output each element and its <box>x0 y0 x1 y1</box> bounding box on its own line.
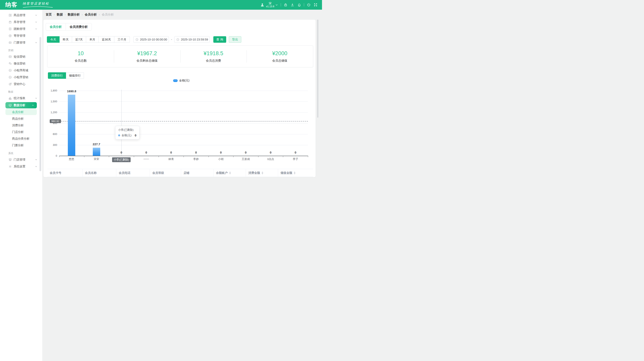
column-header-2: 会员名称 <box>82 169 116 177</box>
breadcrumb-item[interactable]: 数据分析 <box>68 13 80 17</box>
lock-icon[interactable] <box>284 3 288 7</box>
x-axis-tick <box>258 156 258 157</box>
sidebar-item-label: 团购管理 <box>14 27 25 31</box>
sort-icon[interactable] <box>294 172 296 174</box>
chevron-down-icon <box>35 158 38 161</box>
sidebar-item-system-settings[interactable]: 系统设置 <box>0 163 42 170</box>
fullscreen-icon[interactable] <box>314 3 318 7</box>
quick-filter-button[interactable]: 三个月 <box>114 36 130 43</box>
quick-filter-button[interactable]: 近7天 <box>72 36 86 43</box>
sidebar-item-miniprogram-mall[interactable]: 小程序商城 <box>0 67 42 74</box>
toggle-consumption-rank[interactable]: 消费排行 <box>48 72 66 79</box>
sort-ascending-icon <box>294 172 296 173</box>
bar-0[interactable] <box>68 95 75 156</box>
bar-value-label: 0 <box>109 151 134 154</box>
content-scrollbar[interactable] <box>317 20 318 118</box>
sidebar-item-groupbuy-management[interactable]: 团购管理 <box>0 25 42 32</box>
x-axis-category-label: 悠悠 <box>59 157 84 161</box>
quick-filter-button[interactable]: 昨天 <box>60 36 72 43</box>
quick-filter-button[interactable]: 今天 <box>47 36 60 43</box>
sidebar: 商品管理库存管理团购管理寄存管理门票管理营销短信营销微信营销小程序商城小程序营销… <box>0 10 42 181</box>
breadcrumb-item[interactable]: 数据 <box>57 13 63 17</box>
sidebar-item-statistics-report[interactable]: 统计报表 <box>0 95 42 102</box>
user-avatar-icon[interactable] <box>260 3 264 7</box>
sidebar-item-ticket-management[interactable]: 门票管理 <box>0 39 42 46</box>
chevron-down-icon <box>35 21 38 23</box>
sidebar-item-inventory-management[interactable]: 库存管理 <box>0 19 42 25</box>
highlighted-category-label: 小李(已删除) <box>112 157 131 162</box>
target-icon <box>8 82 12 86</box>
column-header-7[interactable]: 消费金额 <box>246 169 278 177</box>
end-datetime-input[interactable]: 2025-10-10 23:59:59 <box>174 36 210 43</box>
query-button[interactable]: 查 询 <box>213 36 226 43</box>
page-tabs: 会员分析会员消费分析 <box>46 23 92 31</box>
quick-filter-button[interactable]: 本月 <box>86 36 98 43</box>
column-header-label: 会员等级 <box>152 171 164 175</box>
average-line-label: 960.92 <box>50 119 61 123</box>
stat-value: 10 <box>78 50 84 57</box>
mail-icon <box>8 55 12 59</box>
x-axis-category-label: 小李(已删除) <box>109 157 134 162</box>
sidebar-scrollbar[interactable] <box>40 37 41 171</box>
sidebar-subitem-goods-category-analysis[interactable]: 商品分类分析 <box>6 136 37 142</box>
breadcrumb-item[interactable]: 会员分析 <box>85 13 97 17</box>
grid-icon <box>8 14 12 17</box>
download-icon[interactable] <box>290 3 294 7</box>
sort-icon[interactable] <box>229 172 231 174</box>
sidebar-subitem-ticket-analysis[interactable]: 门票分析 <box>6 142 37 148</box>
member-table-header: 会员卡号会员名称会员电话会员等级店铺余额账户消费金额储值金额 <box>47 169 313 177</box>
stat-value: ¥2000 <box>272 50 288 57</box>
app-tagline: 纳客管店更轻松 <box>22 2 53 8</box>
store-icon <box>8 158 12 161</box>
tab-member-consumption-analysis[interactable]: 会员消费分析 <box>66 23 92 31</box>
legend-label: 金额(元) <box>179 79 190 82</box>
end-datetime-value: 2025-10-10 23:59:59 <box>181 38 208 41</box>
column-header-6[interactable]: 余额账户 <box>214 169 246 177</box>
x-axis-tick <box>184 156 184 157</box>
power-icon[interactable] <box>307 3 311 7</box>
sidebar-section-system: 系统 <box>0 149 42 156</box>
breadcrumb-item[interactable]: 首页 <box>46 13 52 17</box>
toggle-stored-value-rank[interactable]: 储值排行 <box>66 72 84 79</box>
bell-icon[interactable] <box>297 3 301 7</box>
start-datetime-input[interactable]: 2025-10-10 00:00:00 <box>134 36 169 43</box>
x-axis-category-label: 王新成 <box>234 157 258 161</box>
y-axis-tick-label: 1,800 <box>44 89 57 92</box>
chart-gridline <box>59 91 308 91</box>
user-info[interactable]: 宋 v1.13.6 <box>266 2 274 8</box>
sidebar-item-data-analysis[interactable]: 数据分析 <box>6 102 37 108</box>
user-chevron-down-icon[interactable] <box>275 4 278 7</box>
bar-1[interactable] <box>93 148 100 156</box>
sidebar-item-label: 短信营销 <box>14 55 25 59</box>
sidebar-item-deposit-management[interactable]: 寄存管理 <box>0 32 42 39</box>
tooltip-series-name: 金额(元) <box>122 134 132 137</box>
tab-member-analysis[interactable]: 会员分析 <box>46 23 66 31</box>
column-header-label: 会员电话 <box>119 171 130 175</box>
chart-legend[interactable]: 金额(元) <box>173 79 190 82</box>
quick-filter-button[interactable]: 近30天 <box>98 36 114 43</box>
analysis-card: 会员分析会员消费分析 今天昨天近7天本月近30天三个月 2025-10-10 0… <box>44 20 316 177</box>
sidebar-item-label: 商品管理 <box>14 13 25 17</box>
sort-icon[interactable] <box>262 172 263 174</box>
bar-value-label: 0 <box>283 151 308 154</box>
export-button[interactable]: 导出 <box>229 36 241 43</box>
sidebar-item-sms-marketing[interactable]: 短信营销 <box>0 53 42 60</box>
sidebar-item-store-management[interactable]: 门店管理 <box>0 156 42 163</box>
breadcrumb-item: 会员分析 <box>102 13 114 17</box>
bar-value-label: 1690.8 <box>59 90 84 93</box>
sidebar-subitem-store-analysis[interactable]: 门店分析 <box>6 129 37 135</box>
bar-value-label: 227.7 <box>84 142 109 146</box>
sidebar-item-wechat-marketing[interactable]: 微信营销 <box>0 60 42 67</box>
stat-label: 会员总储值 <box>272 59 288 63</box>
stat-item: ¥1967.2会员剩余总储值 <box>114 46 180 67</box>
gear-icon <box>8 165 12 168</box>
column-header-8[interactable]: 储值金额 <box>278 169 313 177</box>
sidebar-subitem-consumption-analysis[interactable]: 消费分析 <box>6 122 37 128</box>
sidebar-item-goods-management[interactable]: 商品管理 <box>0 12 42 19</box>
sidebar-item-marketing-center[interactable]: 营销中心 <box>0 81 42 87</box>
column-header-label: 会员卡号 <box>50 171 62 175</box>
sidebar-subitem-member-analysis[interactable]: 会员分析 <box>6 109 37 115</box>
sidebar-subitem-goods-analysis[interactable]: 商品分析 <box>6 116 37 122</box>
quick-date-filters: 今天昨天近7天本月近30天三个月 <box>47 36 130 43</box>
sidebar-item-miniprogram-marketing[interactable]: 小程序营销 <box>0 74 42 81</box>
